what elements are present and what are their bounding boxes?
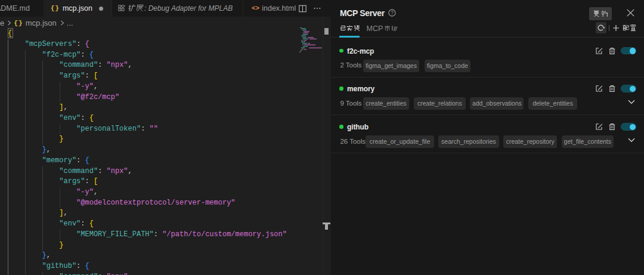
svg-text:?: ? bbox=[391, 10, 394, 16]
